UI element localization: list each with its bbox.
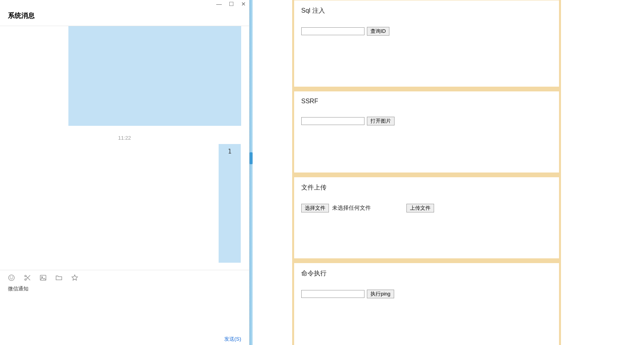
chat-image-bubble[interactable] xyxy=(68,26,241,126)
scissors-icon[interactable] xyxy=(24,274,31,281)
vertical-scrollbar[interactable] xyxy=(249,0,253,345)
chat-timestamp: 11:22 xyxy=(0,135,249,141)
chat-header: 系统消息 xyxy=(0,8,249,26)
panel-title: 命令执行 xyxy=(301,269,552,278)
page-container: Sql 注入 查询ID SSRF 打开图片 文件上传 选择文件 未选择任何文件 … xyxy=(292,0,561,345)
scrollbar-thumb[interactable] xyxy=(249,152,253,164)
star-icon[interactable] xyxy=(71,274,78,281)
chat-title: 系统消息 xyxy=(8,11,241,20)
image-icon[interactable] xyxy=(40,274,47,281)
chat-message-text: 1 xyxy=(228,148,231,155)
query-id-button[interactable]: 查询ID xyxy=(367,27,389,36)
upload-file-button[interactable]: 上传文件 xyxy=(406,204,434,212)
panel-title: SSRF xyxy=(301,98,552,105)
cmd-input[interactable] xyxy=(301,290,364,298)
svg-point-2 xyxy=(12,277,13,277)
svg-point-4 xyxy=(25,275,26,277)
svg-point-1 xyxy=(10,277,11,277)
panel-file-upload: 文件上传 选择文件 未选择任何文件 上传文件 xyxy=(294,177,559,259)
open-image-button[interactable]: 打开图片 xyxy=(367,117,395,125)
panel-ssrf: SSRF 打开图片 xyxy=(294,91,559,173)
window-close-icon[interactable]: ✕ xyxy=(241,1,246,7)
panel-command-exec: 命令执行 执行ping xyxy=(294,263,559,345)
panel-sql-injection: Sql 注入 查询ID xyxy=(294,0,559,87)
chat-message-bubble[interactable]: 1 xyxy=(219,144,241,263)
choose-file-button[interactable]: 选择文件 xyxy=(301,204,329,212)
chat-input-label[interactable]: 微信通知 xyxy=(0,284,249,294)
file-status-text: 未选择任何文件 xyxy=(332,205,371,212)
window-minimize-icon[interactable]: — xyxy=(216,1,222,7)
web-area: Sql 注入 查询ID SSRF 打开图片 文件上传 选择文件 未选择任何文件 … xyxy=(253,0,644,345)
folder-icon[interactable] xyxy=(55,274,62,281)
exec-ping-button[interactable]: 执行ping xyxy=(367,290,394,298)
svg-point-6 xyxy=(42,277,43,278)
ssrf-url-input[interactable] xyxy=(301,117,364,125)
chat-window: — ☐ ✕ 系统消息 11:22 1 微信通知 发送(S) xyxy=(0,0,249,345)
panel-title: 文件上传 xyxy=(301,184,552,192)
sql-id-input[interactable] xyxy=(301,27,364,35)
titlebar: — ☐ ✕ xyxy=(0,0,249,8)
window-maximize-icon[interactable]: ☐ xyxy=(229,1,234,7)
chat-input-area: 微信通知 发送(S) xyxy=(0,270,249,345)
chat-toolbar xyxy=(0,270,249,284)
emoji-icon[interactable] xyxy=(8,274,15,281)
panel-title: Sql 注入 xyxy=(301,7,552,15)
scrollbar-track xyxy=(249,0,253,345)
send-button[interactable]: 发送(S) xyxy=(224,336,241,343)
svg-point-3 xyxy=(25,279,26,281)
chat-body: 11:22 1 xyxy=(0,26,249,270)
svg-point-0 xyxy=(9,275,14,281)
svg-rect-5 xyxy=(40,275,46,281)
